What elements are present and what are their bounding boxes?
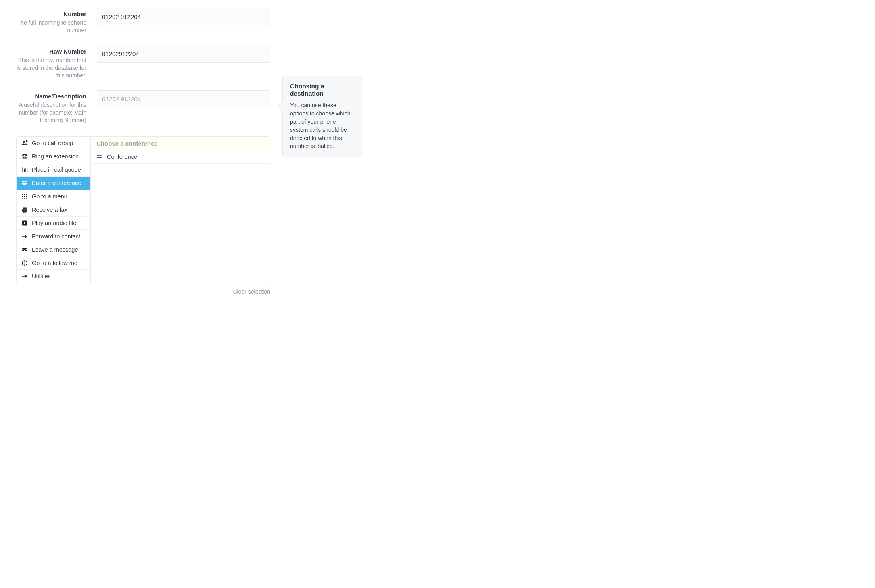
number-row: Number The full incoming telephone numbe… [16,8,270,34]
destination-item-label: Go to call group [32,140,73,146]
destination-receive-a-fax[interactable]: Receive a fax [17,203,90,217]
envelope-icon [21,246,28,253]
destination-detail-header: Choose a conference [91,137,270,150]
destination-item-label: Play an audio file [32,220,76,226]
name-desc-input[interactable] [97,90,270,107]
destination-go-to-a-menu[interactable]: Go to a menu [17,190,90,203]
destination-ring-an-extension[interactable]: Ring an extension [17,150,90,163]
raw-number-label: Raw Number [16,48,86,55]
name-desc-hint: A useful description for this number (fo… [16,101,86,124]
destination-selector: Go to call groupRing an extensionPlace i… [16,136,270,283]
globe-icon [21,260,28,266]
name-desc-row: Name/Description A useful description fo… [16,90,270,124]
fax-icon [21,206,28,213]
number-label: Number [16,10,86,17]
raw-number-hint: This is the raw number that is stored in… [16,56,86,79]
destination-option-conference[interactable]: Conference [91,150,270,164]
destination-option-label: Conference [107,154,137,160]
dialpad-icon [21,193,28,200]
info-title: Choosing a destination [290,83,355,97]
destination-item-label: Go to a follow me [32,260,77,266]
destination-place-in-call-queue[interactable]: Place in call queue [17,163,90,177]
destination-item-label: Place in call queue [32,167,81,173]
info-box: Choosing a destination You can use these… [282,76,362,157]
info-body: You can use these options to choose whic… [290,101,355,150]
arrow-right-icon [21,233,28,240]
destination-utilities[interactable]: Utilities [17,270,90,283]
phone-classic-icon [21,153,28,160]
number-input[interactable] [97,8,270,25]
number-hint: The full incoming telephone number [16,19,86,34]
destination-item-label: Ring an extension [32,153,79,160]
arrow-right-icon [21,273,28,279]
destination-item-label: Leave a message [32,246,78,253]
destination-play-an-audio-file[interactable]: Play an audio file [17,217,90,230]
destination-leave-a-message[interactable]: Leave a message [17,243,90,256]
destination-go-to-a-follow-me[interactable]: Go to a follow me [17,256,90,270]
queue-icon [21,167,28,173]
destination-forward-to-contact[interactable]: Forward to contact [17,230,90,243]
destination-detail: Choose a conference Conference [91,137,270,283]
conference-icon [21,180,28,186]
destination-item-label: Go to a menu [32,193,67,200]
destination-enter-a-conference[interactable]: Enter a conference [17,177,90,190]
raw-number-row: Raw Number This is the raw number that i… [16,46,270,79]
destination-go-to-call-group[interactable]: Go to call group [17,137,90,150]
conference-icon [96,154,103,160]
destination-item-label: Receive a fax [32,206,67,213]
destination-nav: Go to call groupRing an extensionPlace i… [17,137,91,283]
play-icon [21,220,28,226]
destination-item-label: Enter a conference [32,180,81,186]
name-desc-label: Name/Description [16,93,86,100]
raw-number-input[interactable] [97,46,270,63]
destination-item-label: Forward to contact [32,233,80,240]
destination-item-label: Utilities [32,273,51,279]
clear-selection-link[interactable]: Clear selection [233,288,270,295]
users-icon [21,140,28,146]
